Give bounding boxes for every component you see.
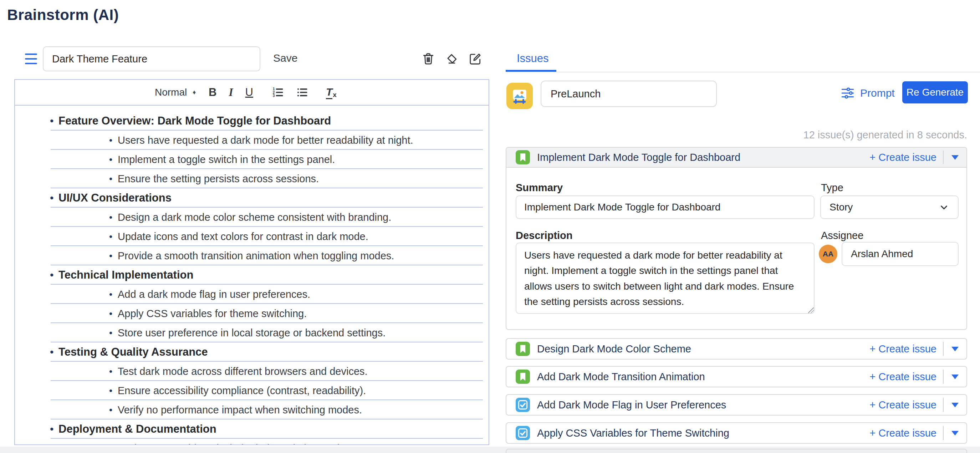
editor-sub-item: •Verify no performance impact when switc… [15, 400, 488, 420]
issue-row[interactable]: Apply CSS Variables for Theme Switching … [506, 422, 967, 444]
editor-heading-item: •Technical Implementation [15, 265, 488, 285]
bullet-dot: • [109, 444, 112, 445]
brainstorm-editor: Normal ▲▼ B I U 1 2 3 [14, 79, 489, 445]
assignee-input[interactable] [842, 242, 959, 266]
issue-title: Implement Dark Mode Toggle for Dashboard [537, 152, 740, 164]
bold-button[interactable]: B [208, 86, 216, 99]
editor-sub-item: •Ensure the setting persists across sess… [15, 169, 488, 188]
chevron-down-icon [951, 403, 959, 407]
editor-toolbar: Normal ▲▼ B I U 1 2 3 [15, 80, 488, 106]
issue-card-expanded: Implement Dark Mode Toggle for Dashboard… [506, 147, 967, 330]
editor-sub-item: •Ensure accessibility compliance (contra… [15, 381, 488, 400]
editor-sub-item: •Update icons and text colors for contra… [15, 227, 488, 246]
chevron-down-icon [951, 155, 959, 160]
page-title: Brainstorm (AI) [7, 6, 119, 24]
editor-heading-item: •UI/UX Considerations [15, 188, 488, 208]
issue-title: Add Dark Mode Transition Animation [537, 371, 705, 383]
summary-input[interactable] [515, 196, 815, 219]
bullet-dot: • [109, 213, 112, 222]
create-issue-button[interactable]: + Create issue [869, 152, 943, 164]
regenerate-button[interactable]: Re Generate [902, 81, 968, 103]
menu-icon[interactable] [25, 54, 37, 64]
create-issue-controls: + Create issue [869, 395, 966, 415]
create-issue-dropdown-button[interactable] [943, 339, 966, 359]
task-type-icon [515, 426, 530, 440]
select-arrows-icon: ▲▼ [192, 92, 197, 93]
type-label: Type [821, 182, 843, 194]
story-type-icon [515, 150, 530, 164]
bullet-dot: • [109, 386, 112, 395]
save-button[interactable]: Save [273, 52, 298, 64]
create-issue-dropdown-button[interactable] [943, 148, 966, 167]
issue-title: Design Dark Mode Color Scheme [537, 343, 691, 355]
bullet-dot: • [109, 174, 112, 183]
trash-icon[interactable] [422, 52, 435, 66]
editor-heading-item: •Testing & Quality Assurance [15, 342, 488, 362]
create-issue-dropdown-button[interactable] [943, 367, 966, 387]
ordered-list-button[interactable]: 1 2 3 [272, 86, 284, 99]
editor-sub-item: •Test dark mode across different browser… [15, 362, 488, 381]
generation-status: 12 issue(s) generated in 8 seconds. [803, 129, 967, 141]
description-label: Description [515, 230, 573, 242]
issue-title: Apply CSS Variables for Theme Switching [537, 427, 729, 439]
italic-button[interactable]: I [229, 86, 233, 99]
editor-sub-item: •Store user preference in local storage … [15, 323, 488, 342]
bullet-dot: • [50, 192, 54, 203]
issue-card-header[interactable]: Implement Dark Mode Toggle for Dashboard… [506, 148, 966, 168]
story-type-icon [515, 342, 530, 356]
bullet-dot: • [109, 328, 112, 337]
editor-sub-item: •Design a dark mode color scheme consist… [15, 208, 488, 227]
paragraph-style-select[interactable]: Normal ▲▼ [155, 87, 197, 98]
bullet-dot: • [109, 135, 112, 145]
prompt-button[interactable]: Prompt [840, 86, 895, 100]
bullet-dot: • [109, 405, 112, 415]
create-issue-button[interactable]: + Create issue [869, 427, 943, 439]
description-textarea[interactable]: Users have requested a dark mode for bet… [515, 243, 815, 314]
create-issue-controls: + Create issue [869, 148, 966, 167]
issue-row-partial[interactable] [506, 449, 967, 453]
bullet-dot: • [50, 424, 54, 434]
create-issue-button[interactable]: + Create issue [869, 343, 943, 355]
type-select[interactable]: Story [820, 196, 959, 219]
summary-label: Summary [515, 182, 563, 194]
underline-button[interactable]: U [245, 86, 253, 99]
editor-heading-item: •Feature Overview: Dark Mode Toggle for … [15, 111, 488, 130]
edit-icon[interactable] [469, 52, 482, 66]
paragraph-style-value: Normal [155, 87, 187, 98]
create-issue-button[interactable]: + Create issue [869, 399, 943, 411]
chevron-down-icon [951, 431, 959, 436]
task-type-icon [515, 398, 530, 412]
create-issue-controls: + Create issue [869, 367, 966, 387]
bullet-list-icon [296, 86, 308, 99]
brainstorm-name-input[interactable] [43, 46, 260, 72]
tab-row-divider [506, 72, 980, 72]
issue-row[interactable]: Add Dark Mode Transition Animation + Cre… [506, 366, 967, 387]
create-issue-dropdown-button[interactable] [943, 395, 966, 415]
chevron-down-icon [951, 375, 959, 379]
bullet-list-button[interactable] [296, 86, 308, 99]
assignee-label: Assignee [821, 230, 863, 242]
clear-formatting-button[interactable]: Tx [326, 86, 336, 99]
editor-sub-item: •Update user guide to include dark mode … [15, 439, 488, 445]
prompt-label: Prompt [860, 87, 895, 99]
editor-content[interactable]: •Feature Overview: Dark Mode Toggle for … [15, 106, 488, 445]
issue-title: Add Dark Mode Flag in User Preferences [537, 399, 726, 411]
tab-issues[interactable]: Issues [517, 52, 549, 65]
editor-sub-item: •Implement a toggle switch in the settin… [15, 150, 488, 169]
create-issue-button[interactable]: + Create issue [869, 371, 943, 383]
project-input[interactable] [541, 81, 717, 107]
editor-heading-item: •Deployment & Documentation [15, 420, 488, 439]
bullet-dot: • [109, 232, 112, 241]
issue-row[interactable]: Design Dark Mode Color Scheme + Create i… [506, 338, 967, 359]
editor-sub-item: •Provide a smooth transition animation w… [15, 246, 488, 265]
story-type-icon [515, 370, 530, 384]
eraser-icon[interactable] [445, 52, 459, 66]
brainstorm-page: Brainstorm (AI) Save Normal ▲▼ B I U [0, 0, 980, 453]
bullet-dot: • [50, 116, 54, 126]
bullet-dot: • [109, 155, 112, 164]
bullet-dot: • [50, 347, 54, 358]
create-issue-dropdown-button[interactable] [943, 423, 966, 443]
chevron-down-icon [939, 202, 949, 213]
issue-row[interactable]: Add Dark Mode Flag in User Preferences +… [506, 394, 967, 416]
document-actions [422, 52, 482, 66]
